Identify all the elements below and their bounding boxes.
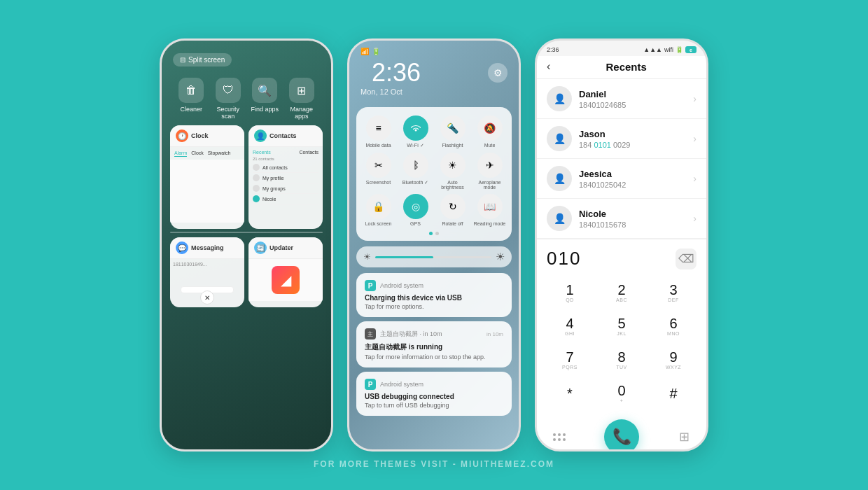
call-button[interactable]: 📞 [604,419,639,451]
aeroplane-icon: ✈ [477,153,503,178]
dialer-display: 010 ⌫ [537,239,706,274]
wifi-icon [403,115,428,141]
accent-badge: e [685,46,696,53]
contacts-card[interactable]: 👤 Contacts Recents Contacts 21 contacts … [248,125,323,229]
stopwatch-tab[interactable]: Stopwatch [208,150,231,157]
key-7[interactable]: 7 PQRS [550,344,589,376]
messaging-card[interactable]: 💬 Messaging 18110301849... ✕ [170,237,244,307]
android-system2-icon: P [365,379,376,390]
daniel-avatar: 👤 [547,86,572,111]
qs-aeroplane[interactable]: ✈ Aeroplane mode [473,153,506,190]
alarm-tab[interactable]: Alarm [174,150,187,157]
security-icon: 🛡 [216,78,241,103]
signal-icon: ▲▲▲ [643,46,662,53]
key-5[interactable]: 5 JKL [602,310,641,342]
battery-icon: 🔋 [676,46,683,53]
qs-auto-brightness[interactable]: ☀ Auto brightness [436,153,469,190]
notif-usb-charging[interactable]: P Android system Charging this device vi… [356,273,512,317]
split-icon: ⊟ [180,56,186,64]
split-top-row: 🕐 Clock Alarm Clock Stopwatch 👤 Contacts [170,125,323,229]
contacts-tab-btn[interactable]: Contacts [299,150,318,155]
chevron-right-icon: › [693,93,696,104]
wifi-status-icon: wifi [664,46,673,53]
brightness-low-icon: ☀ [363,252,371,262]
qs-grid: ≡ Mobile data Wi-Fi ✓ 🔦 Flashl [362,115,506,226]
qs-wifi[interactable]: Wi-Fi ✓ [399,115,432,148]
contacts-inner: Recents Contacts 21 contacts All contact… [248,147,323,207]
key-1[interactable]: 1 QD [550,276,589,309]
cleaner-app[interactable]: 🗑 Cleaner [174,78,208,120]
messaging-icon: 💬 [176,241,188,254]
security-scan-app[interactable]: 🛡 Security scan [211,78,245,120]
clock-tab[interactable]: Clock [191,150,204,157]
split-screen-button[interactable]: ⊟ Split screen [173,53,232,66]
dialer-apps-button[interactable]: ⊞ [671,424,696,449]
qs-lock-screen[interactable]: 🔒 Lock screen [362,194,395,226]
bluetooth-icon: ᛒ [403,153,428,178]
qs-flashlight[interactable]: 🔦 Flashlight [436,115,469,148]
contact-all: All contacts [253,162,318,173]
clock-header: 🕐 Clock [170,125,244,147]
brightness-high-icon: ☀ [496,251,505,263]
date-display: Mon, 12 Oct [349,88,519,102]
theme-app-icon: 主 [365,328,376,340]
keypad-row-1: 1 QD 2 ABC 3 DEF [544,276,699,309]
phone2-content: 📶 🔋 2:36 ⚙ Mon, 12 Oct ≡ Mobile data [349,41,519,449]
qs-rotate[interactable]: ↻ Rotate off [436,194,469,226]
key-6[interactable]: 6 MNO [654,310,693,342]
key-8[interactable]: 8 TUV [602,344,641,376]
chevron-right-icon: › [693,133,696,144]
screenshot-icon: ✂ [366,153,391,178]
clock-card[interactable]: 🕐 Clock Alarm Clock Stopwatch [170,125,244,229]
notif-theme-running[interactable]: 主 主题自动截屏 · in 10m in 10m 主题自动截屏 is runni… [356,321,512,368]
contacts-header: 👤 Contacts [248,125,323,147]
qs-reading[interactable]: 📖 Reading mode [473,194,506,226]
key-3[interactable]: 3 DEF [654,276,693,309]
phone-split-screen: ⊟ Split screen 🗑 Cleaner 🛡 Security scan… [160,38,333,451]
recents-tab[interactable]: Recents [253,150,271,155]
keypad-row-2: 4 GHI 5 JKL 6 MNO [544,310,699,342]
dialer-bottom-bar: 📞 ⊞ [537,415,706,451]
find-icon: 🔍 [252,78,277,103]
manage-apps-app[interactable]: ⊞ Manage apps [285,78,318,120]
qs-screenshot[interactable]: ✂ Screenshot [362,153,395,190]
qs-mobile-data[interactable]: ≡ Mobile data [362,115,395,148]
settings-icon[interactable]: ⚙ [488,63,507,83]
key-2[interactable]: 2 ABC [602,276,641,309]
qs-mute[interactable]: 🔕 Mute [473,115,506,148]
keypad-row-4: * 0 + # [544,377,699,410]
qs-gps[interactable]: ◎ GPS [399,194,432,226]
key-9[interactable]: 9 WXYZ [654,344,693,376]
qs-bluetooth[interactable]: ᛒ Bluetooth ✓ [399,153,432,190]
back-button[interactable]: ‹ [547,60,550,73]
brightness-control[interactable]: ☀ ☀ [356,246,512,267]
recent-item-nicole[interactable]: 👤 Nicole 18401015678 › [537,199,706,239]
auto-brightness-icon: ☀ [440,153,465,178]
find-apps-app[interactable]: 🔍 Find apps [248,78,281,120]
recent-item-jeesica[interactable]: 👤 Jeesica 18401025042 › [537,159,706,199]
notif-usb-debug[interactable]: P Android system USB debugging connected… [356,372,512,416]
phone3-header: ‹ Recents [537,56,706,79]
key-4[interactable]: 4 GHI [550,310,589,342]
brightness-slider[interactable] [375,256,491,258]
recent-item-jason[interactable]: 👤 Jason 184 0101 0029 › [537,119,706,159]
keypad-row-3: 7 PQRS 8 TUV 9 WXYZ [544,344,699,376]
key-star[interactable]: * [550,377,589,410]
menu-button[interactable] [547,424,572,449]
key-0[interactable]: 0 + [602,377,641,410]
messaging-header: 💬 Messaging [170,237,244,259]
clock-app-icon: 🕐 [176,130,188,142]
nicole-avatar: 👤 [547,206,572,231]
recent-item-daniel[interactable]: 👤 Daniel 18401024685 › [537,79,706,119]
rotate-icon: ↻ [440,194,465,219]
jason-avatar: 👤 [547,126,572,151]
status-time: 2:36 [547,46,559,53]
updater-card[interactable]: 🔄 Updater ◢ [248,237,323,307]
backspace-button[interactable]: ⌫ [676,248,696,270]
contacts-tabs: Recents Contacts [253,150,318,155]
keypad: 1 QD 2 ABC 3 DEF 4 GHI 5 JKL 6 M [537,274,706,415]
dialer-number: 010 [547,248,581,270]
key-hash[interactable]: # [654,377,693,410]
chevron-right-icon: › [693,213,696,224]
recents-list: 👤 Daniel 18401024685 › 👤 Jason 184 0101 … [537,79,706,239]
